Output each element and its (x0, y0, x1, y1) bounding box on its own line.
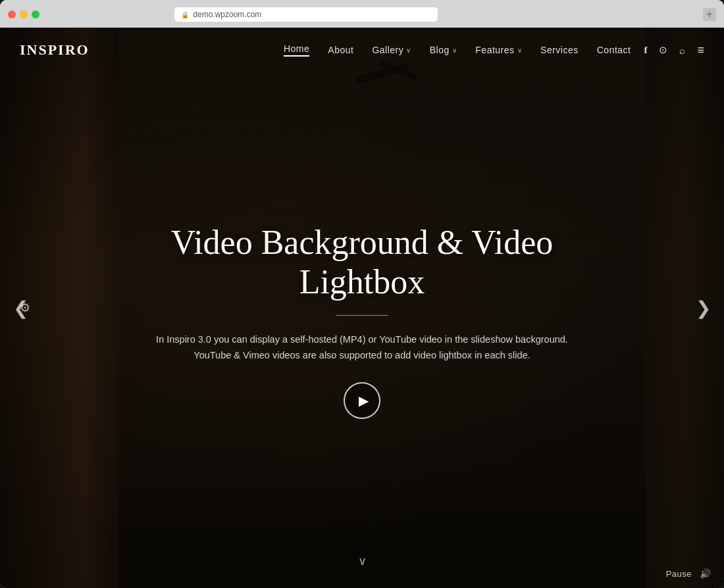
prev-slide-button[interactable]: ❮ (13, 297, 28, 319)
play-button[interactable]: ▶ (344, 382, 380, 419)
hero-content: Video Background & Video Lightbox In Ins… (115, 223, 609, 419)
site-logo[interactable]: INSPIRO (20, 41, 90, 59)
navbar: INSPIRO Home About Gallery ∨ (0, 28, 724, 72)
gallery-dropdown-icon: ∨ (406, 47, 411, 54)
pause-button[interactable]: Pause (666, 569, 692, 579)
browser-window: 🔒 demo.wpzoom.com + (0, 0, 724, 588)
hero-divider (336, 315, 388, 316)
next-slide-button[interactable]: ❯ (696, 297, 711, 319)
close-button[interactable] (8, 11, 16, 18)
nav-gallery[interactable]: Gallery ∨ (372, 45, 411, 55)
new-tab-button[interactable]: + (703, 8, 716, 21)
nav-features[interactable]: Features ∨ (475, 45, 522, 55)
bottom-bar: Pause 🔊 (653, 559, 724, 588)
url-bar[interactable]: 🔒 demo.wpzoom.com (174, 7, 438, 22)
search-icon[interactable]: ⌕ (679, 45, 685, 56)
hero-subtitle-line2: YouTube & Vimeo videos are also supporte… (194, 350, 530, 360)
nav-links: Home About Gallery ∨ Blog ∨ (284, 43, 631, 57)
hero-title: Video Background & Video Lightbox (115, 223, 609, 302)
scroll-down-indicator[interactable]: ∨ (358, 554, 367, 568)
browser-content: INSPIRO Home About Gallery ∨ (0, 28, 724, 588)
hero-subtitle-line1: In Inspiro 3.0 you can display a self-ho… (156, 334, 568, 345)
nav-services[interactable]: Services (540, 45, 579, 55)
hamburger-menu-icon[interactable]: ≡ (697, 43, 704, 57)
nav-about[interactable]: About (328, 45, 353, 55)
blog-dropdown-icon: ∨ (452, 47, 457, 54)
nav-contact[interactable]: Contact (597, 45, 631, 55)
play-icon: ▶ (359, 393, 369, 408)
hero-section: INSPIRO Home About Gallery ∨ (0, 28, 724, 588)
instagram-icon[interactable]: ⊙ (659, 44, 667, 56)
browser-chrome: 🔒 demo.wpzoom.com + (0, 0, 724, 28)
traffic-lights (8, 11, 39, 18)
volume-icon[interactable]: 🔊 (700, 568, 711, 579)
url-text: demo.wpzoom.com (193, 10, 261, 19)
nav-social-icons: f ⊙ ⌕ ≡ (644, 43, 704, 57)
facebook-icon[interactable]: f (644, 45, 647, 56)
hero-subtitle: In Inspiro 3.0 you can display a self-ho… (115, 331, 609, 364)
nav-home[interactable]: Home (284, 43, 309, 57)
minimize-button[interactable] (20, 11, 28, 18)
features-dropdown-icon: ∨ (517, 47, 523, 54)
lock-icon: 🔒 (181, 11, 189, 18)
nav-blog[interactable]: Blog ∨ (430, 45, 457, 55)
maximize-button[interactable] (32, 11, 39, 18)
